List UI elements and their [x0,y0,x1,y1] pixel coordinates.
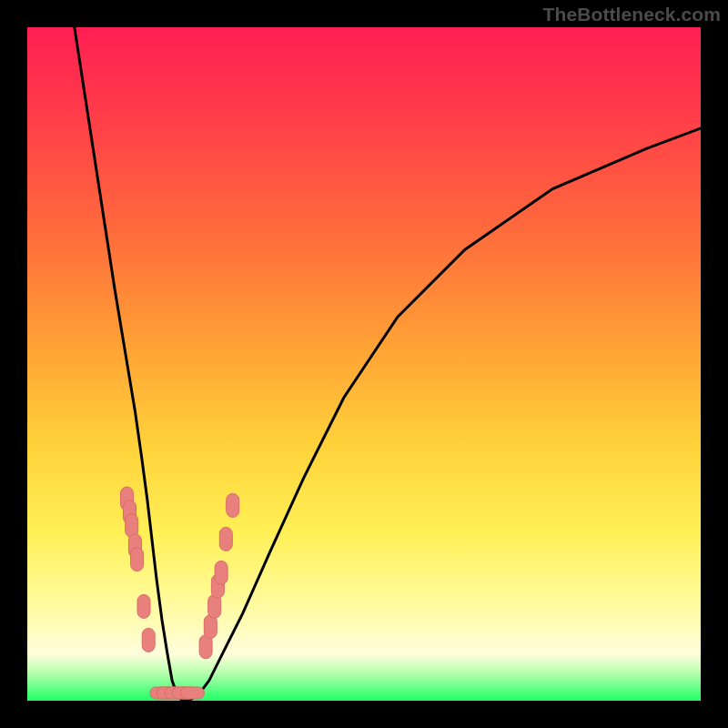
marker-pill [215,561,228,584]
marker-pill [142,628,155,652]
marker-pill-floor [180,687,204,699]
chart-svg [27,27,701,701]
plot-area [27,27,701,701]
marker-pill [131,548,144,571]
bottleneck-curve [75,27,701,701]
marker-pill [137,594,150,618]
watermark-text: TheBottleneck.com [543,4,721,25]
chart-frame: TheBottleneck.com [0,0,728,728]
marker-pill [227,493,239,517]
marker-pill [219,527,232,551]
